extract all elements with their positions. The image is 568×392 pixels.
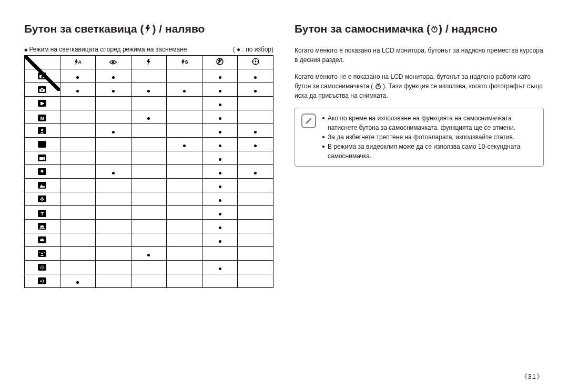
dot-icon <box>147 90 150 92</box>
svg-line-39 <box>44 252 45 253</box>
row-movie-icon <box>38 154 46 161</box>
table-row: P <box>25 83 273 97</box>
row-M-icon: M <box>38 115 46 121</box>
flash-slow-icon: S <box>167 56 202 69</box>
table-cell <box>167 165 202 179</box>
table-cell <box>202 83 238 97</box>
table-row <box>25 69 273 83</box>
flash-on-icon <box>131 56 167 69</box>
table-cell <box>131 165 167 179</box>
dot-icon <box>254 172 257 174</box>
dot-icon <box>219 117 221 120</box>
right-heading: Бутон за самоснимачка ( ) / надясно <box>295 21 544 36</box>
table-cell <box>167 179 202 192</box>
table-cell <box>238 97 273 110</box>
table-row <box>25 138 273 151</box>
dot-icon <box>147 254 150 256</box>
table-cell <box>96 261 131 274</box>
left-heading-pre: Бутон за светкавица ( <box>24 21 144 36</box>
table-cell <box>167 124 202 138</box>
table-cell <box>96 179 131 192</box>
row-header <box>25 151 60 165</box>
table-row <box>25 220 273 233</box>
row-header <box>25 192 60 206</box>
table-cell <box>202 192 238 206</box>
svg-line-34 <box>40 239 40 240</box>
svg-line-46 <box>43 266 44 267</box>
table-cell <box>131 151 167 165</box>
svg-point-29 <box>43 199 44 200</box>
table-cell <box>238 138 273 151</box>
table-cell <box>238 179 273 192</box>
table-cell <box>167 69 202 83</box>
table-cell <box>96 274 131 288</box>
table-row <box>25 151 273 165</box>
table-cell <box>167 192 202 206</box>
row-sunset-icon <box>38 223 46 230</box>
page-number: 《31》 <box>521 372 544 381</box>
table-cell <box>167 206 202 220</box>
table-cell <box>60 179 96 192</box>
table-cell <box>96 233 131 247</box>
note-box: Ако по време на използване на функцията … <box>295 108 544 167</box>
svg-line-35 <box>44 239 44 240</box>
dot-icon <box>76 90 79 92</box>
table-corner <box>25 56 60 69</box>
row-firework-icon <box>38 264 46 271</box>
row-portrait-icon <box>38 127 46 134</box>
dot-icon <box>254 76 257 79</box>
svg-point-40 <box>42 267 43 268</box>
table-cell <box>167 151 202 165</box>
table-row: T <box>25 206 273 220</box>
table-cell <box>96 220 131 233</box>
table-cell <box>60 192 96 206</box>
row-header <box>25 261 60 274</box>
dot-icon <box>254 145 257 147</box>
table-cell <box>96 69 131 83</box>
row-children-icon <box>38 168 46 175</box>
table-cell <box>60 110 96 124</box>
table-cell <box>60 247 96 261</box>
dot-icon <box>219 76 221 79</box>
right-heading-post: ) / надясно <box>439 21 498 36</box>
dot-icon <box>219 158 221 161</box>
table-cell <box>167 83 202 97</box>
table-cell <box>60 274 96 288</box>
dot-icon <box>219 199 221 202</box>
dot-icon <box>254 131 257 133</box>
table-row <box>25 165 273 179</box>
table-cell <box>238 274 273 288</box>
table-row <box>25 192 273 206</box>
table-cell <box>96 151 131 165</box>
table-cell <box>167 233 202 247</box>
row-header <box>25 97 60 110</box>
dot-icon <box>219 185 221 188</box>
row-header <box>25 179 60 192</box>
table-row <box>25 97 273 110</box>
paragraph-2: Когато менюто не е показано на LCD монит… <box>295 72 544 100</box>
eye-icon <box>96 56 131 69</box>
timer-icon <box>375 83 381 89</box>
svg-point-31 <box>42 197 43 198</box>
table-cell <box>238 83 273 97</box>
note-list: Ако по време на използване на функцията … <box>322 114 537 161</box>
svg-point-30 <box>42 199 43 201</box>
table-cell <box>202 220 238 233</box>
table-cell <box>238 151 273 165</box>
row-header <box>25 220 60 233</box>
table-caption: ■ Режим на светкавицата според режима на… <box>24 46 187 53</box>
table-cell <box>60 124 96 138</box>
table-cell <box>96 165 131 179</box>
table-cell <box>202 179 238 192</box>
dot-icon <box>76 76 79 79</box>
note-item: Ако по време на използване на функцията … <box>322 114 537 132</box>
table-cell <box>238 233 273 247</box>
svg-line-47 <box>40 268 42 269</box>
table-cell <box>60 97 96 110</box>
table-cell <box>238 124 273 138</box>
aperture-icon <box>238 56 273 69</box>
row-header <box>25 247 60 261</box>
table-cell <box>131 220 167 233</box>
dot-icon <box>219 145 221 147</box>
table-legend: ( ● : по избор) <box>233 46 273 53</box>
